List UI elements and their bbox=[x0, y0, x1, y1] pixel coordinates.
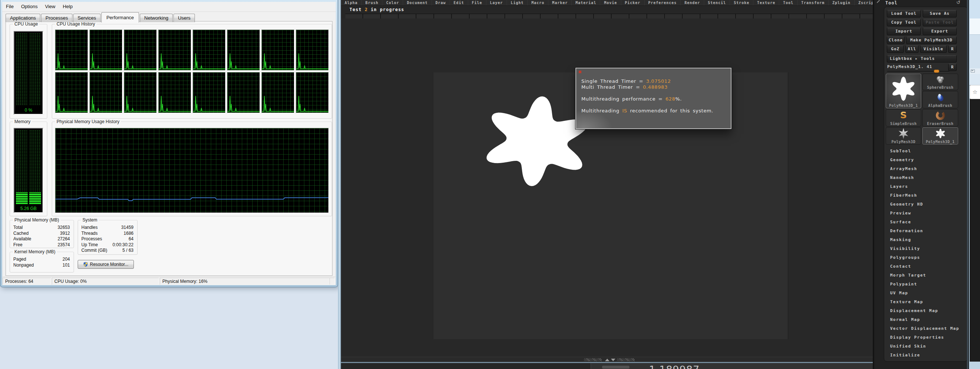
resource-monitor-button[interactable]: Resource Monitor... bbox=[78, 260, 134, 269]
tool-section-item[interactable]: Surface bbox=[884, 218, 968, 227]
tool-section-item[interactable]: Deformation bbox=[884, 227, 968, 235]
tool-section-item[interactable]: UV Map bbox=[884, 289, 968, 297]
tool-section-item[interactable]: Polypaint bbox=[884, 280, 968, 289]
tab[interactable]: Processes bbox=[41, 14, 73, 22]
tool-palette: Load Tool Save As Copy Tool Paste Tool I… bbox=[884, 6, 967, 362]
zbrush-menu-item[interactable]: Stroke bbox=[730, 0, 753, 6]
zbrush-menu-item[interactable]: Tool bbox=[779, 0, 797, 6]
splitter-grip[interactable] bbox=[584, 358, 602, 361]
tool-section-item[interactable]: FiberMesh bbox=[884, 191, 968, 200]
restore-configuration-icon[interactable]: ↺ bbox=[956, 0, 960, 5]
tab[interactable]: Services bbox=[73, 14, 100, 22]
splitter-grip[interactable] bbox=[617, 358, 635, 361]
tool-section-item[interactable]: SubTool bbox=[884, 147, 968, 156]
performance-tab-page: CPU Usage 0 % CPU Usage History bbox=[6, 21, 332, 276]
tool-thumbnail[interactable]: EraserBrush bbox=[922, 109, 958, 126]
import-button[interactable]: Import bbox=[887, 28, 921, 35]
tab[interactable]: Networking bbox=[140, 14, 173, 22]
tool-thumbnail[interactable]: S SimpleBrush bbox=[886, 109, 921, 126]
tool-slider-handle[interactable] bbox=[934, 70, 939, 73]
canvas-splitter[interactable] bbox=[341, 357, 873, 363]
splitter-down-icon[interactable] bbox=[611, 359, 616, 361]
r-button[interactable]: R bbox=[948, 64, 957, 71]
stat-row: Free23574 bbox=[10, 242, 73, 248]
test-progress-text: Test 2 in progress bbox=[350, 7, 404, 12]
r-button[interactable]: R bbox=[948, 46, 957, 53]
load-tool-button[interactable]: Load Tool bbox=[887, 10, 921, 17]
zbrush-menu-item[interactable]: Texture bbox=[753, 0, 779, 6]
tool-section-item[interactable]: Normal Map bbox=[884, 315, 968, 324]
zbrush-menu-item[interactable]: Edit bbox=[450, 0, 468, 6]
favorites-star-icon[interactable]: ☆ bbox=[970, 85, 980, 99]
menu-item[interactable]: View bbox=[41, 3, 59, 11]
goz-button[interactable]: GoZ bbox=[887, 46, 904, 53]
tray-collapse-icon[interactable] bbox=[877, 0, 880, 3]
tool-section-item[interactable]: Geometry bbox=[884, 156, 968, 165]
tool-section-item[interactable]: Preview bbox=[884, 209, 968, 218]
zbrush-menu-item[interactable]: Marker bbox=[549, 0, 572, 6]
tool-section-item[interactable]: Displacement Map bbox=[884, 307, 968, 315]
splitter-up-icon[interactable] bbox=[605, 359, 609, 361]
selected-tool-thumbnail[interactable]: PolyMesh3D_1 bbox=[922, 127, 958, 145]
tool-section-item[interactable]: Layers bbox=[884, 182, 968, 191]
zbrush-menu-item[interactable]: Picker bbox=[621, 0, 644, 6]
zbrush-menu-item[interactable]: File bbox=[468, 0, 486, 6]
tab[interactable]: Performance bbox=[101, 12, 139, 22]
tool-section-item[interactable]: Unified Skin bbox=[884, 342, 968, 351]
all-button[interactable]: All bbox=[905, 46, 919, 53]
bottom-left-panel bbox=[341, 363, 591, 369]
tool-section-item[interactable]: Geometry HD bbox=[884, 200, 968, 209]
tab[interactable]: Applications bbox=[6, 14, 40, 22]
zbrush-menu-item[interactable]: Zplugin bbox=[829, 0, 854, 6]
zbrush-menu-item[interactable]: Transform bbox=[798, 0, 829, 6]
menu-item[interactable]: File bbox=[2, 3, 18, 11]
tool-section-item[interactable]: Polygroups bbox=[884, 253, 968, 262]
system-group: System Handles31459Threads1686Processes6… bbox=[78, 220, 138, 255]
tool-section-item[interactable]: ArrayMesh bbox=[884, 165, 968, 173]
tool-thumbnail[interactable]: AlphaBrush bbox=[922, 91, 958, 108]
tool-thumbnail[interactable]: PolyMesh3D bbox=[886, 127, 921, 145]
tool-section-item[interactable]: Display Properties bbox=[884, 333, 968, 342]
window-icon[interactable] bbox=[971, 70, 975, 73]
zbrush-menu-item[interactable]: Brush bbox=[362, 0, 382, 6]
zbrush-menu-item[interactable]: Layer bbox=[486, 0, 507, 6]
make-polymesh3d-button[interactable]: Make PolyMesh3D bbox=[906, 37, 957, 44]
tool-section-item[interactable]: Contact bbox=[884, 262, 968, 271]
tool-section-item[interactable]: Masking bbox=[884, 235, 968, 244]
zbrush-menu-item[interactable]: Movie bbox=[600, 0, 621, 6]
zbrush-menu-item[interactable]: Material bbox=[572, 0, 600, 6]
visible-button[interactable]: Visible bbox=[920, 46, 947, 53]
tool-section-item[interactable]: Texture Map bbox=[884, 297, 968, 307]
menu-item[interactable]: Options bbox=[18, 3, 41, 11]
zbrush-menu-item[interactable]: Draw bbox=[432, 0, 450, 6]
zbrush-menu-item[interactable]: Preferences bbox=[644, 0, 681, 6]
zbrush-menu-item[interactable]: Light bbox=[507, 0, 528, 6]
zbrush-menu-item[interactable]: Render bbox=[681, 0, 704, 6]
lightbox-tools-button[interactable]: Lightbox ▸ Tools bbox=[887, 55, 957, 62]
alpha-brush-icon bbox=[935, 91, 946, 103]
tool-section-item[interactable]: Visibility bbox=[884, 244, 968, 253]
menu-item[interactable]: Help bbox=[59, 3, 76, 11]
stat-row: Paged204 bbox=[10, 257, 73, 262]
tool-section-item[interactable]: Initialize bbox=[884, 351, 968, 360]
tool-thumbnail[interactable]: SphereBrush bbox=[922, 73, 958, 90]
tool-section-item[interactable]: Vector Displacement Map bbox=[884, 324, 968, 333]
tool-section-item[interactable]: Morph Target bbox=[884, 271, 968, 280]
zbrush-menu-item[interactable]: Color bbox=[382, 0, 403, 6]
memory-value: 5.26 GB bbox=[14, 206, 43, 211]
clone-button[interactable]: Clone bbox=[887, 37, 905, 44]
copy-tool-button[interactable]: Copy Tool bbox=[887, 19, 921, 26]
active-tool-thumbnail[interactable]: PolyMesh3D_1 bbox=[886, 73, 921, 108]
save-as-button[interactable]: Save As bbox=[923, 10, 957, 17]
stat-row: Commit (GB)5 / 63 bbox=[78, 248, 137, 254]
eraser-brush-icon bbox=[934, 110, 947, 121]
tab[interactable]: Users bbox=[173, 14, 195, 22]
zbrush-menu-item[interactable]: Macro bbox=[528, 0, 549, 6]
export-button[interactable]: Export bbox=[923, 28, 957, 35]
zbrush-menu-item[interactable]: Stencil bbox=[704, 0, 730, 6]
zbrush-menu-item[interactable]: Document bbox=[403, 0, 431, 6]
zbrush-window: AlphaBrushColorDocumentDrawEditFileLayer… bbox=[338, 0, 980, 369]
zbrush-menu-item[interactable]: Alpha bbox=[341, 0, 362, 6]
tool-section-item[interactable]: NanoMesh bbox=[884, 173, 968, 182]
tool-slider[interactable] bbox=[887, 71, 949, 72]
